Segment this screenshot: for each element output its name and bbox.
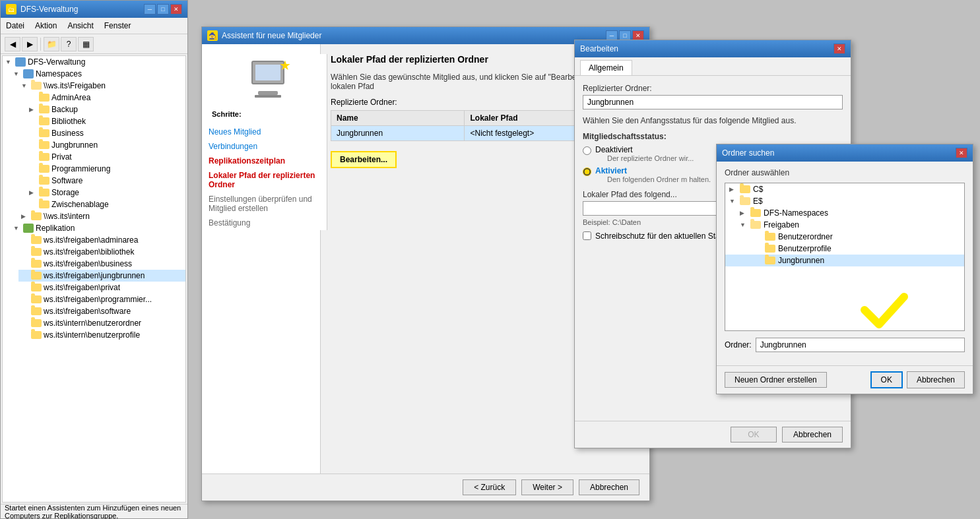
tree-rep-software[interactable]: ws.its\freigaben\software — [18, 305, 185, 317]
ordner-ok-button[interactable]: OK — [870, 371, 903, 388]
ordner-title: Ordner suchen — [722, 148, 774, 158]
tree-rep-adminarea[interactable]: ws.its\freigaben\adminarea — [18, 234, 185, 246]
ordner-tree-cs[interactable]: ▶ C$ — [725, 183, 964, 195]
wizard-step-2[interactable]: Replikationszeitplan — [209, 154, 327, 168]
tree-rep-privat-label: ws.its\freigaben\privat — [44, 283, 120, 292]
tree-software[interactable]: Software — [26, 175, 185, 187]
tree-intern[interactable]: ▶ \\ws.its\intern — [18, 210, 185, 222]
replicated-folder-input[interactable] — [583, 95, 843, 109]
writeprotect-checkbox[interactable] — [583, 231, 591, 240]
wizard-step-0[interactable]: Neues Mitglied — [209, 125, 327, 139]
tree-privat[interactable]: Privat — [26, 151, 185, 163]
tree-jungbrunnen[interactable]: Jungbrunnen — [26, 139, 185, 151]
tree-rep-business[interactable]: ws.its\freigaben\business — [18, 258, 185, 270]
wizard-step-4[interactable]: Einstellungen überprüfen und Mitglied er… — [209, 192, 327, 216]
tree-backup-label: Backup — [51, 105, 78, 114]
tree-storage[interactable]: ▶ Storage — [26, 187, 185, 198]
dialog-cancel-button[interactable]: Abbrechen — [782, 427, 843, 443]
bearbeiten-title: Bearbeiten — [580, 44, 618, 53]
es-folder-icon — [740, 197, 750, 205]
wizard-step-5[interactable]: Bestätigung — [209, 216, 327, 230]
menu-ansicht[interactable]: Ansicht — [62, 19, 98, 32]
wizard-footer: < Zurück Weiter > Abbrechen — [202, 473, 649, 501]
tree-rep-privat[interactable]: ws.its\freigaben\privat — [18, 282, 185, 293]
deactivated-label: Deaktiviert — [595, 145, 694, 154]
tree-namespaces[interactable]: ▼ Namespaces — [11, 68, 185, 80]
tree-replikation[interactable]: ▼ Replikation — [11, 222, 185, 234]
ordner-tree-freigaben[interactable]: ▼ Freigaben — [725, 219, 964, 231]
tree-rep-jungbrunnen-label: ws.its\freigaben\jungbrunnen — [44, 271, 145, 280]
maximize-button[interactable]: □ — [157, 4, 169, 15]
menu-datei[interactable]: Datei — [1, 19, 30, 32]
tree-programmierung[interactable]: Programmierung — [26, 163, 185, 175]
bearbeiten-titlebar: Bearbeiten ✕ — [575, 40, 851, 57]
membership-status-label: Mitgliedschaftsstatus: — [583, 132, 843, 141]
tree-bibliothek-label: Bibliothek — [51, 117, 86, 126]
ordner-tree-dfs[interactable]: ▶ DFS-Namespaces — [725, 207, 964, 219]
dialog-ok-button[interactable]: OK — [731, 427, 777, 443]
bearbeiten-close-button[interactable]: ✕ — [833, 44, 845, 54]
expand-namespaces: ▼ — [13, 71, 21, 77]
dialog-tab-allgemein[interactable]: Allgemein — [580, 60, 632, 75]
minimize-button[interactable]: ─ — [144, 4, 156, 15]
tree-zwischenablage[interactable]: Zwischenablage — [26, 198, 185, 210]
menu-aktion[interactable]: Aktion — [30, 19, 62, 32]
tree-rep-benutzerordner[interactable]: ws.its\intern\benutzerordner — [18, 317, 185, 329]
console-button[interactable]: ▦ — [78, 37, 94, 51]
tree-business-label: Business — [51, 129, 84, 138]
radio-deactivated-input[interactable] — [583, 146, 591, 155]
rep-jungbrunnen-icon — [31, 272, 42, 280]
new-folder-button[interactable]: Neuen Ordner erstellen — [725, 372, 827, 388]
help-button[interactable]: ? — [61, 37, 77, 51]
ordner-tree-benutzerordner[interactable]: Benutzerordner — [725, 231, 964, 243]
folder-button[interactable]: 📁 — [44, 37, 59, 51]
ordner-field-input[interactable] — [756, 338, 965, 352]
tree-rep-programmier[interactable]: ws.its\freigaben\programmier... — [18, 293, 185, 305]
tree-rep-benutzerprofile[interactable]: ws.its\intern\benutzerprofile — [18, 329, 185, 341]
wizard-cancel-button[interactable]: Abbrechen — [579, 479, 639, 495]
wizard-back-button[interactable]: < Zurück — [463, 479, 516, 495]
expand-root: ▼ — [5, 59, 13, 65]
tree-freigaben-label: \\ws.its\Freigaben — [44, 81, 106, 90]
tree-rep-jungbrunnen[interactable]: ws.its\freigaben\jungbrunnen — [18, 270, 185, 282]
statusbar-text: Startet einen Assistenten zum Hinzufügen… — [5, 504, 183, 520]
tree-root[interactable]: ▼ DFS-Verwaltung — [3, 56, 185, 68]
back-button[interactable]: ◀ — [5, 37, 20, 51]
ordner-tree-es[interactable]: ▼ E$ — [725, 195, 964, 207]
tree-privat-label: Privat — [51, 152, 72, 162]
tree-business[interactable]: Business — [26, 127, 185, 139]
rep-programmier-icon — [31, 295, 42, 303]
wizard-next-button[interactable]: Weiter > — [521, 479, 573, 495]
ordner-content: Ordner auswählen ▶ C$ ▼ E$ ▶ DFS-Namespa… — [717, 162, 973, 365]
rep-bibliothek-icon — [31, 248, 42, 256]
rep-benutzerprofile-icon — [31, 331, 42, 339]
tree-bibliothek[interactable]: Bibliothek — [26, 115, 185, 127]
bearbeiten-button[interactable]: Bearbeiten... — [331, 151, 397, 168]
ordner-cancel-button[interactable]: Abbrechen — [907, 371, 965, 388]
radio-activated-input[interactable] — [583, 168, 591, 176]
ordner-tree-benutzerprofile[interactable]: Benutzerprofile — [725, 243, 964, 255]
wizard-step-1[interactable]: Verbindungen — [209, 139, 327, 154]
main-window-title: DFS-Verwaltung — [20, 5, 78, 14]
close-button[interactable]: ✕ — [170, 4, 182, 15]
ordner-titlebar: Ordner suchen ✕ — [717, 144, 973, 162]
wizard-icon: 🧙 — [207, 30, 218, 41]
benutzerprofile-label: Benutzerprofile — [778, 244, 832, 253]
jungbrunnen2-label: Jungbrunnen — [778, 256, 824, 265]
menu-fenster[interactable]: Fenster — [99, 19, 137, 32]
wizard-step-3[interactable]: Lokaler Pfad der replizierten Ordner — [209, 168, 327, 192]
forward-button[interactable]: ▶ — [22, 37, 38, 51]
deactivated-desc: Der replizierte Ordner wir... — [607, 154, 694, 162]
ordner-tree-jungbrunnen[interactable]: Jungbrunnen — [725, 255, 964, 266]
tree-freigaben[interactable]: ▼ \\ws.its\Freigaben — [18, 80, 185, 92]
rep-adminarea-icon — [31, 236, 42, 244]
wizard-col-name: Name — [331, 111, 465, 126]
tree-adminarea[interactable]: AdminArea — [26, 92, 185, 104]
toolbar: ◀ ▶ 📁 ? ▦ — [1, 34, 187, 54]
tree-backup[interactable]: ▶ Backup — [26, 104, 185, 115]
tree-rep-business-label: ws.its\freigaben\business — [44, 259, 132, 268]
rep-privat-icon — [31, 284, 42, 291]
ordner-field-row: Ordner: — [725, 338, 965, 352]
ordner-close-button[interactable]: ✕ — [956, 148, 967, 158]
tree-rep-bibliothek[interactable]: ws.its\freigaben\bibliothek — [18, 246, 185, 258]
